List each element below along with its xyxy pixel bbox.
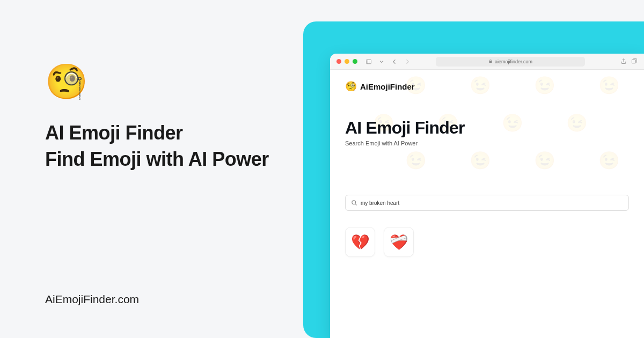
share-icon[interactable] — [620, 57, 627, 67]
traffic-lights — [336, 59, 357, 64]
search-value: my broken heart — [361, 200, 399, 206]
forward-icon[interactable] — [404, 58, 411, 65]
lock-icon — [488, 59, 493, 64]
browser-chrome: aiemojifinder.com — [330, 54, 644, 70]
sidebar-toggle-icon[interactable] — [365, 58, 372, 65]
app-header: 🧐 AiEmojiFinder — [345, 80, 629, 92]
results-grid: 💔 ❤️‍🩹 — [345, 227, 629, 257]
hero-title-line2: Find Emoji with AI Power — [45, 146, 303, 173]
app-hero-title: AI Emoji Finder — [345, 118, 629, 138]
address-bar[interactable]: aiemojifinder.com — [436, 57, 585, 67]
maximize-icon[interactable] — [353, 59, 357, 64]
tabs-icon[interactable] — [631, 57, 638, 67]
hero-title-line1: AI Emoji Finder — [45, 120, 303, 146]
app-hero-subtitle: Search Emoji with AI Power — [345, 140, 629, 146]
preview-panel: aiemojifinder.com 😉 😉 😉 😉 😉 😉 😉 — [303, 21, 644, 338]
browser-window: aiemojifinder.com 😉 😉 😉 😉 😉 😉 😉 — [330, 54, 644, 338]
emoji-result[interactable]: ❤️‍🩹 — [384, 227, 414, 257]
search-icon — [351, 200, 357, 206]
app-content: 😉 😉 😉 😉 😉 😉 😉 😉 😉 😉 😉 😉 🧐 AiEmojiFinder … — [330, 70, 644, 338]
app-logo-icon: 🧐 — [345, 80, 357, 92]
svg-point-3 — [352, 201, 356, 204]
svg-rect-2 — [632, 60, 636, 63]
chevron-down-icon[interactable] — [378, 58, 385, 65]
svg-line-4 — [355, 204, 356, 205]
close-icon[interactable] — [336, 59, 341, 64]
svg-rect-0 — [367, 60, 371, 64]
hero-title: AI Emoji Finder Find Emoji with AI Power — [45, 120, 303, 172]
url-text: aiemojifinder.com — [495, 59, 532, 64]
emoji-result[interactable]: 💔 — [345, 227, 375, 257]
back-icon[interactable] — [391, 58, 398, 65]
app-hero: AI Emoji Finder Search Emoji with AI Pow… — [345, 118, 629, 146]
app-logo-text[interactable]: AiEmojiFinder — [360, 82, 415, 91]
search-input[interactable]: my broken heart — [345, 195, 629, 211]
minimize-icon[interactable] — [345, 59, 349, 64]
hero-emoji-icon: 🧐 — [45, 64, 303, 99]
domain-label: AiEmojiFinder.com — [45, 293, 139, 306]
